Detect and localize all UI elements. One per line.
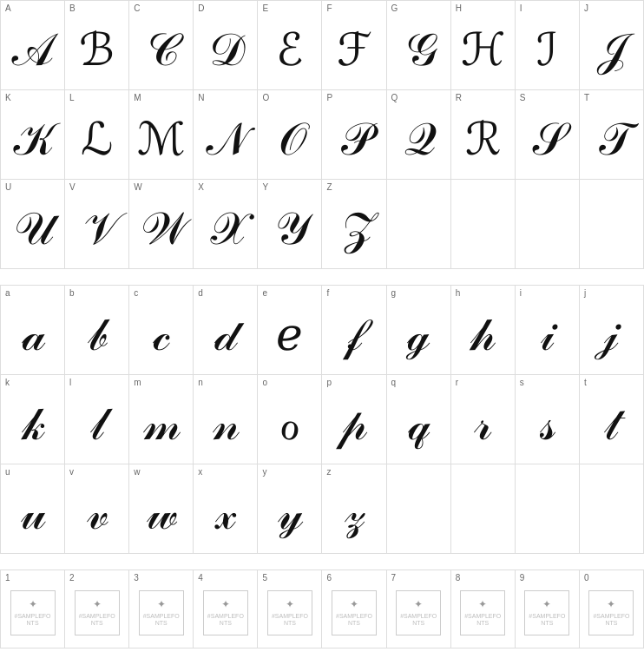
cell-label: Q <box>391 93 398 102</box>
cell-character: 𝓃 <box>213 402 239 447</box>
watermark-text: #SAMPLEFONTS <box>335 613 373 628</box>
letter-cell <box>516 464 580 554</box>
cell-label: z <box>326 467 331 477</box>
letter-cell: v𝓋 <box>65 464 129 554</box>
cell-label: S <box>520 93 526 102</box>
letter-cell: W𝒲 <box>129 180 194 269</box>
watermark-text: #SAMPLEFONTS <box>207 613 245 628</box>
cell-label: t <box>584 378 587 387</box>
letter-cell: Eℰ <box>258 1 322 90</box>
watermark-text: #SAMPLEFONTS <box>528 613 566 628</box>
letter-cell <box>387 180 451 269</box>
cell-label: D <box>198 3 204 13</box>
cell-label: 1 <box>5 573 10 583</box>
cell-character: 𝓊 <box>21 491 45 537</box>
number-cell: 9✦#SAMPLEFONTS <box>516 570 580 649</box>
cell-label: G <box>391 3 398 13</box>
letter-cell: z𝓏 <box>322 464 386 554</box>
watermark-stamp: ✦#SAMPLEFONTS <box>203 590 248 635</box>
cell-label: 5 <box>262 573 267 583</box>
cell-label: E <box>262 3 268 13</box>
letter-cell: Hℋ <box>451 1 516 90</box>
cell-character: 𝓌 <box>147 491 176 537</box>
cell-label: M <box>134 93 141 102</box>
letter-cell: Fℱ <box>322 1 386 90</box>
watermark-text: #SAMPLEFONTS <box>142 613 181 628</box>
watermark-stamp: ✦#SAMPLEFONTS <box>267 590 312 635</box>
cell-character: 𝒸 <box>153 313 169 358</box>
cell-label: a <box>5 288 10 298</box>
cell-character: 𝓈 <box>540 402 555 447</box>
letter-cell: m𝓂 <box>129 375 194 464</box>
section-gap-2 <box>0 554 644 570</box>
cell-character: ℱ <box>337 28 372 73</box>
cell-character: ℛ <box>465 117 501 162</box>
letter-cell: Lℒ <box>65 90 129 180</box>
cell-character: 𝒵 <box>338 207 370 252</box>
letter-cell: N𝒩 <box>194 90 258 180</box>
number-cell: 7✦#SAMPLEFONTS <box>387 570 451 649</box>
cell-character: ℬ <box>79 28 115 73</box>
cell-label: s <box>520 378 524 387</box>
cell-label: i <box>520 288 522 298</box>
number-cell: 5✦#SAMPLEFONTS <box>258 570 322 649</box>
lowercase-grid: a𝒶b𝒷c𝒸d𝒹eℯf𝒻gℊh𝒽i𝒾j𝒿k𝓀l𝓁m𝓂n𝓃oℴp𝓅q𝓆r𝓇s𝓈t𝓉… <box>0 285 644 554</box>
letter-cell: Y𝒴 <box>258 180 322 269</box>
number-cell: 0✦#SAMPLEFONTS <box>580 570 644 649</box>
cell-label: h <box>456 288 461 298</box>
number-cell: 8✦#SAMPLEFONTS <box>451 570 516 649</box>
cell-character: 𝒷 <box>88 313 107 358</box>
letter-cell: Q𝒬 <box>387 90 451 180</box>
cell-character: 𝒽 <box>470 313 495 358</box>
letter-cell: s𝓈 <box>516 375 580 464</box>
cell-character: ℳ <box>137 117 186 162</box>
cell-character: ℊ <box>407 313 430 358</box>
number-cell: 4✦#SAMPLEFONTS <box>194 570 258 649</box>
cell-label: O <box>262 93 269 102</box>
stamp-icon: ✦ <box>478 599 487 609</box>
cell-label: 4 <box>198 573 203 583</box>
cell-character: 𝒪 <box>277 117 303 162</box>
letter-cell: q𝓆 <box>387 375 451 464</box>
cell-label: u <box>5 467 10 477</box>
watermark-stamp: ✦#SAMPLEFONTS <box>460 590 505 635</box>
cell-character: ℋ <box>461 28 505 73</box>
letter-cell: c𝒸 <box>129 286 194 375</box>
watermark-stamp: ✦#SAMPLEFONTS <box>10 590 56 635</box>
cell-character: 𝒢 <box>403 28 435 73</box>
cell-label: 6 <box>326 573 332 583</box>
letter-cell: w𝓌 <box>129 464 194 554</box>
cell-character: ℰ <box>276 28 303 73</box>
letter-cell: D𝒟 <box>194 1 258 90</box>
cell-character: 𝓀 <box>22 402 44 447</box>
cell-character: 𝒞 <box>144 28 178 73</box>
letter-cell: p𝓅 <box>322 375 386 464</box>
watermark-stamp: ✦#SAMPLEFONTS <box>588 590 634 635</box>
cell-label: F <box>326 3 332 13</box>
stamp-icon: ✦ <box>414 599 423 609</box>
cell-label: T <box>584 93 589 102</box>
cell-label: x <box>198 467 202 477</box>
letter-cell <box>387 464 451 554</box>
cell-character: 𝒦 <box>15 117 51 162</box>
letter-cell: G𝒢 <box>387 1 451 90</box>
watermark-text: #SAMPLEFONTS <box>463 613 502 628</box>
cell-character: 𝒜 <box>13 28 52 73</box>
letter-cell: K𝒦 <box>1 90 65 180</box>
letter-cell: P𝒫 <box>322 90 386 180</box>
letter-cell <box>451 180 516 269</box>
letter-cell: u𝓊 <box>1 464 65 554</box>
cell-label: m <box>134 378 141 387</box>
cell-label: R <box>456 93 462 102</box>
cell-character: 𝓎 <box>278 491 302 537</box>
letter-cell: J𝒥 <box>580 1 644 90</box>
letter-cell: r𝓇 <box>451 375 516 464</box>
cell-label: N <box>198 93 204 102</box>
stamp-icon: ✦ <box>29 599 37 609</box>
cell-character: 𝓉 <box>604 402 618 447</box>
watermark-stamp: ✦#SAMPLEFONTS <box>332 590 377 635</box>
cell-label: l <box>69 378 71 387</box>
cell-character: ℒ <box>81 117 113 162</box>
stamp-icon: ✦ <box>221 599 230 609</box>
cell-label: B <box>69 3 76 13</box>
